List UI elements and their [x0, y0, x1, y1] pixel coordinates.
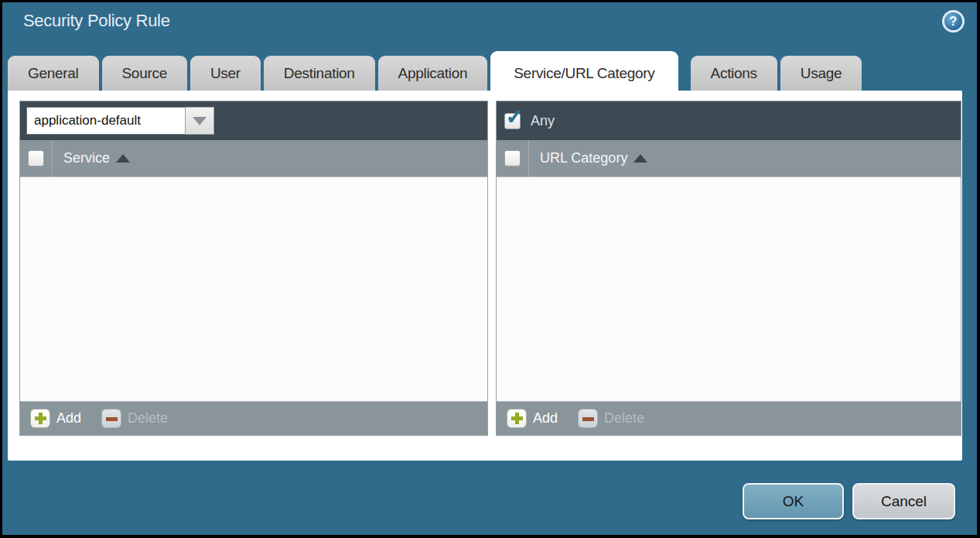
- check-mark-icon: ✓: [506, 105, 524, 129]
- help-icon[interactable]: ?: [942, 10, 965, 33]
- tab-source[interactable]: Source: [102, 56, 187, 91]
- tab-usage[interactable]: Usage: [780, 56, 862, 91]
- url-category-panel: ✓ Any URL Category Add: [496, 101, 961, 436]
- tab-general[interactable]: General: [8, 56, 99, 91]
- service-panel: Service Add Delete: [19, 101, 488, 436]
- tab-destination[interactable]: Destination: [264, 56, 375, 91]
- chevron-down-icon: [193, 117, 207, 125]
- delete-button-label: Delete: [604, 410, 644, 427]
- any-row: ✓ Any: [504, 113, 555, 129]
- dialog-title: Security Policy Rule: [23, 11, 170, 31]
- url-category-any-bar: ✓ Any: [497, 101, 961, 140]
- url-category-column-header: URL Category: [497, 140, 961, 177]
- any-checkbox[interactable]: ✓: [504, 113, 521, 129]
- delete-minus-icon: [578, 409, 598, 428]
- cancel-button[interactable]: Cancel: [852, 483, 955, 519]
- security-policy-rule-dialog: Security Policy Rule ? General Source Us…: [2, 2, 977, 535]
- tab-application[interactable]: Application: [378, 56, 488, 91]
- url-category-list[interactable]: [497, 177, 961, 401]
- url-category-select-all-checkbox[interactable]: [504, 150, 521, 166]
- add-button-label: Add: [56, 410, 81, 427]
- sort-ascending-icon[interactable]: [116, 154, 130, 163]
- service-list[interactable]: [20, 177, 487, 401]
- tab-user[interactable]: User: [190, 56, 261, 91]
- service-url-category-tab-panel: Service Add Delete: [8, 91, 962, 461]
- service-column-header: Service: [20, 140, 487, 177]
- delete-minus-icon: [101, 409, 121, 428]
- service-type-input[interactable]: [26, 107, 185, 135]
- add-plus-icon: [507, 409, 527, 428]
- service-select-all-cell: [20, 140, 53, 176]
- add-button-label: Add: [533, 410, 558, 427]
- ok-button[interactable]: OK: [743, 483, 844, 519]
- service-column-label[interactable]: Service: [63, 150, 110, 166]
- url-category-add-button[interactable]: Add: [507, 409, 558, 428]
- add-plus-icon: [30, 409, 50, 428]
- url-category-footer: Add Delete: [497, 401, 961, 435]
- any-label: Any: [531, 113, 555, 129]
- service-type-dropdown: [26, 107, 214, 135]
- url-category-delete-button[interactable]: Delete: [578, 409, 644, 428]
- tab-actions[interactable]: Actions: [691, 56, 777, 91]
- service-select-all-checkbox[interactable]: [28, 150, 44, 166]
- url-category-select-all-cell: [497, 140, 529, 176]
- delete-button-label: Delete: [128, 410, 168, 427]
- service-delete-button[interactable]: Delete: [101, 409, 168, 428]
- service-add-button[interactable]: Add: [30, 409, 81, 428]
- service-footer: Add Delete: [20, 401, 487, 435]
- sort-ascending-icon[interactable]: [633, 154, 647, 163]
- service-type-dropdown-button[interactable]: [185, 107, 214, 135]
- tab-service-url-category[interactable]: Service/URL Category: [490, 51, 678, 94]
- tab-bar: General Source User Destination Applicat…: [8, 51, 961, 94]
- url-category-column-label[interactable]: URL Category: [540, 150, 627, 166]
- service-type-bar: [20, 101, 487, 140]
